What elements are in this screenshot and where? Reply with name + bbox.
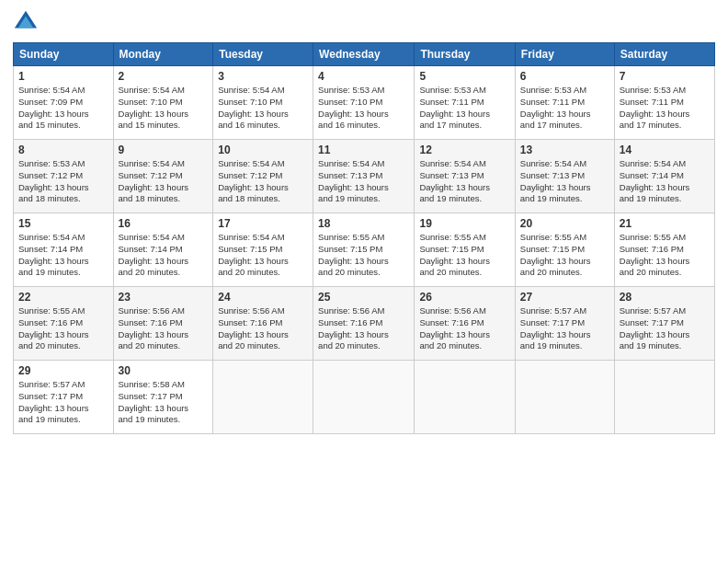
day-cell: 7Sunrise: 5:53 AM Sunset: 7:11 PM Daylig… [614, 66, 714, 140]
day-cell: 22Sunrise: 5:55 AM Sunset: 7:16 PM Dayli… [14, 287, 114, 361]
day-cell [515, 361, 614, 434]
day-cell: 14Sunrise: 5:54 AM Sunset: 7:14 PM Dayli… [614, 140, 714, 213]
day-cell: 5Sunrise: 5:53 AM Sunset: 7:11 PM Daylig… [415, 66, 515, 140]
day-info: Sunrise: 5:57 AM Sunset: 7:17 PM Dayligh… [18, 379, 108, 426]
day-number: 26 [419, 291, 509, 304]
day-info: Sunrise: 5:58 AM Sunset: 7:17 PM Dayligh… [119, 379, 209, 426]
day-cell [313, 361, 415, 434]
day-cell: 23Sunrise: 5:56 AM Sunset: 7:16 PM Dayli… [113, 287, 213, 361]
day-info: Sunrise: 5:54 AM Sunset: 7:13 PM Dayligh… [419, 158, 509, 205]
day-number: 15 [18, 217, 108, 230]
day-info: Sunrise: 5:54 AM Sunset: 7:12 PM Dayligh… [119, 158, 209, 205]
day-info: Sunrise: 5:53 AM Sunset: 7:12 PM Dayligh… [18, 158, 108, 205]
day-number: 18 [318, 217, 409, 230]
day-cell [415, 361, 515, 434]
col-sunday: Sunday [14, 43, 114, 66]
day-info: Sunrise: 5:55 AM Sunset: 7:16 PM Dayligh… [620, 232, 710, 279]
day-cell: 3Sunrise: 5:54 AM Sunset: 7:10 PM Daylig… [213, 66, 313, 140]
day-number: 3 [218, 70, 308, 83]
day-info: Sunrise: 5:53 AM Sunset: 7:11 PM Dayligh… [620, 85, 710, 132]
col-wednesday: Wednesday [313, 43, 415, 66]
day-cell: 17Sunrise: 5:54 AM Sunset: 7:15 PM Dayli… [213, 213, 313, 287]
week-row-3: 15Sunrise: 5:54 AM Sunset: 7:14 PM Dayli… [14, 213, 715, 287]
day-number: 4 [318, 70, 409, 83]
day-number: 7 [620, 70, 710, 83]
day-cell: 4Sunrise: 5:53 AM Sunset: 7:10 PM Daylig… [313, 66, 415, 140]
day-info: Sunrise: 5:56 AM Sunset: 7:16 PM Dayligh… [419, 305, 509, 352]
col-monday: Monday [113, 43, 213, 66]
day-cell [213, 361, 313, 434]
day-info: Sunrise: 5:54 AM Sunset: 7:14 PM Dayligh… [620, 158, 710, 205]
day-info: Sunrise: 5:55 AM Sunset: 7:16 PM Dayligh… [18, 305, 108, 352]
day-number: 17 [218, 217, 308, 230]
day-info: Sunrise: 5:55 AM Sunset: 7:15 PM Dayligh… [419, 232, 509, 279]
day-cell: 24Sunrise: 5:56 AM Sunset: 7:16 PM Dayli… [213, 287, 313, 361]
day-number: 25 [318, 291, 409, 304]
day-info: Sunrise: 5:57 AM Sunset: 7:17 PM Dayligh… [520, 305, 609, 352]
day-info: Sunrise: 5:53 AM Sunset: 7:11 PM Dayligh… [419, 85, 509, 132]
day-info: Sunrise: 5:56 AM Sunset: 7:16 PM Dayligh… [318, 305, 409, 352]
day-number: 6 [520, 70, 609, 83]
day-number: 16 [119, 217, 209, 230]
day-number: 8 [18, 144, 108, 156]
day-info: Sunrise: 5:54 AM Sunset: 7:09 PM Dayligh… [18, 85, 108, 132]
day-number: 19 [419, 217, 509, 230]
day-cell: 2Sunrise: 5:54 AM Sunset: 7:10 PM Daylig… [113, 66, 213, 140]
day-number: 11 [318, 144, 409, 156]
header [13, 9, 715, 35]
week-row-4: 22Sunrise: 5:55 AM Sunset: 7:16 PM Dayli… [14, 287, 715, 361]
week-row-2: 8Sunrise: 5:53 AM Sunset: 7:12 PM Daylig… [14, 140, 715, 213]
day-cell: 20Sunrise: 5:55 AM Sunset: 7:15 PM Dayli… [515, 213, 614, 287]
day-cell: 16Sunrise: 5:54 AM Sunset: 7:14 PM Dayli… [113, 213, 213, 287]
day-cell: 1Sunrise: 5:54 AM Sunset: 7:09 PM Daylig… [14, 66, 114, 140]
col-friday: Friday [515, 43, 614, 66]
calendar-body: 1Sunrise: 5:54 AM Sunset: 7:09 PM Daylig… [14, 66, 715, 434]
day-cell: 15Sunrise: 5:54 AM Sunset: 7:14 PM Dayli… [14, 213, 114, 287]
header-row: Sunday Monday Tuesday Wednesday Thursday… [14, 43, 715, 66]
day-info: Sunrise: 5:54 AM Sunset: 7:15 PM Dayligh… [218, 232, 308, 279]
day-info: Sunrise: 5:55 AM Sunset: 7:15 PM Dayligh… [318, 232, 409, 279]
day-info: Sunrise: 5:54 AM Sunset: 7:12 PM Dayligh… [218, 158, 308, 205]
day-number: 27 [520, 291, 609, 304]
calendar-table: Sunday Monday Tuesday Wednesday Thursday… [13, 42, 715, 434]
day-info: Sunrise: 5:55 AM Sunset: 7:15 PM Dayligh… [520, 232, 609, 279]
day-number: 9 [119, 144, 209, 156]
day-number: 22 [18, 291, 108, 304]
day-number: 13 [520, 144, 609, 156]
day-info: Sunrise: 5:57 AM Sunset: 7:17 PM Dayligh… [620, 305, 710, 352]
day-cell: 21Sunrise: 5:55 AM Sunset: 7:16 PM Dayli… [614, 213, 714, 287]
day-number: 1 [18, 70, 108, 83]
day-cell: 8Sunrise: 5:53 AM Sunset: 7:12 PM Daylig… [14, 140, 114, 213]
day-cell: 30Sunrise: 5:58 AM Sunset: 7:17 PM Dayli… [113, 361, 213, 434]
day-number: 14 [620, 144, 710, 156]
col-tuesday: Tuesday [213, 43, 313, 66]
day-info: Sunrise: 5:56 AM Sunset: 7:16 PM Dayligh… [119, 305, 209, 352]
day-number: 5 [419, 70, 509, 83]
day-cell: 25Sunrise: 5:56 AM Sunset: 7:16 PM Dayli… [313, 287, 415, 361]
day-info: Sunrise: 5:54 AM Sunset: 7:13 PM Dayligh… [520, 158, 609, 205]
day-cell: 26Sunrise: 5:56 AM Sunset: 7:16 PM Dayli… [415, 287, 515, 361]
logo [13, 9, 42, 35]
week-row-5: 29Sunrise: 5:57 AM Sunset: 7:17 PM Dayli… [14, 361, 715, 434]
day-cell: 18Sunrise: 5:55 AM Sunset: 7:15 PM Dayli… [313, 213, 415, 287]
day-number: 30 [119, 364, 209, 377]
col-thursday: Thursday [415, 43, 515, 66]
day-cell: 11Sunrise: 5:54 AM Sunset: 7:13 PM Dayli… [313, 140, 415, 213]
day-cell [614, 361, 714, 434]
day-cell: 12Sunrise: 5:54 AM Sunset: 7:13 PM Dayli… [415, 140, 515, 213]
day-info: Sunrise: 5:54 AM Sunset: 7:14 PM Dayligh… [119, 232, 209, 279]
day-number: 29 [18, 364, 108, 377]
day-info: Sunrise: 5:53 AM Sunset: 7:10 PM Dayligh… [318, 85, 409, 132]
day-number: 23 [119, 291, 209, 304]
day-cell: 13Sunrise: 5:54 AM Sunset: 7:13 PM Dayli… [515, 140, 614, 213]
day-info: Sunrise: 5:54 AM Sunset: 7:10 PM Dayligh… [119, 85, 209, 132]
calendar-header: Sunday Monday Tuesday Wednesday Thursday… [14, 43, 715, 66]
day-number: 20 [520, 217, 609, 230]
day-cell: 10Sunrise: 5:54 AM Sunset: 7:12 PM Dayli… [213, 140, 313, 213]
day-number: 28 [620, 291, 710, 304]
col-saturday: Saturday [614, 43, 714, 66]
day-info: Sunrise: 5:54 AM Sunset: 7:13 PM Dayligh… [318, 158, 409, 205]
day-cell: 28Sunrise: 5:57 AM Sunset: 7:17 PM Dayli… [614, 287, 714, 361]
day-number: 21 [620, 217, 710, 230]
day-cell: 19Sunrise: 5:55 AM Sunset: 7:15 PM Dayli… [415, 213, 515, 287]
